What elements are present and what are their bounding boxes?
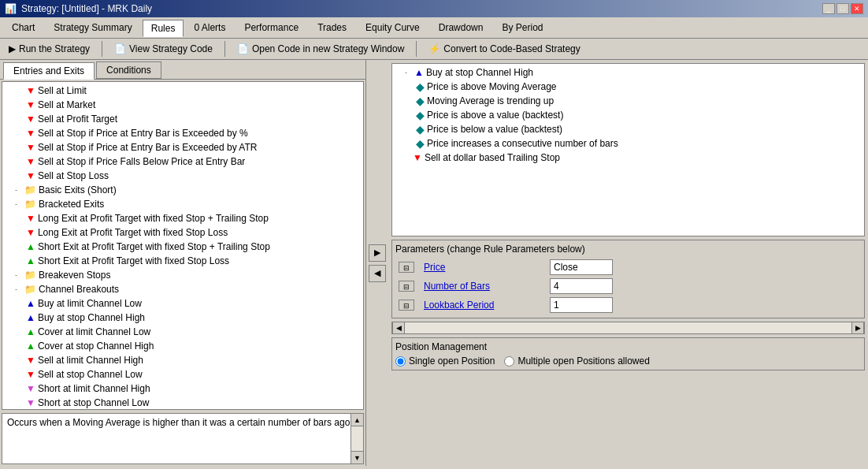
convert-icon: ⚡: [428, 43, 440, 54]
item-label: Short Exit at Profit Target with fixed S…: [38, 255, 229, 266]
right-tree-item[interactable]: ◆ Price is above Moving Average: [392, 80, 864, 94]
view-code-button[interactable]: 📄 View Strategy Code: [109, 41, 218, 57]
view-code-label: View Strategy Code: [129, 43, 213, 54]
right-tree-item[interactable]: ▼ Sell at dollar based Trailing Stop: [392, 151, 864, 165]
scroll-up-btn[interactable]: ▲: [351, 414, 363, 426]
list-item[interactable]: ▼ Sell at Profit Target: [2, 112, 363, 126]
tab-strategy-summary[interactable]: Strategy Summary: [45, 19, 140, 36]
sub-tab-entries-exits[interactable]: Entries and Exits: [3, 62, 95, 80]
scroll-down-btn[interactable]: ▼: [351, 451, 363, 463]
view-code-icon: 📄: [114, 43, 126, 54]
collapse-icon[interactable]: -: [15, 200, 23, 208]
single-position-option[interactable]: Single open Position: [395, 355, 495, 367]
pink-arrow-icon: ▼: [26, 397, 35, 408]
group-channel-breakouts[interactable]: - 📁 Channel Breakouts: [2, 282, 363, 296]
minimize-button[interactable]: _: [822, 3, 835, 14]
single-position-radio[interactable]: [395, 356, 406, 367]
list-item[interactable]: ▲ Cover at stop Channel High: [2, 339, 363, 353]
scroll-right-button[interactable]: ▶: [851, 322, 864, 334]
list-item[interactable]: ▲ Short Exit at Profit Target with fixed…: [2, 254, 363, 268]
collapse-icon[interactable]: -: [405, 69, 413, 76]
diamond-icon: ◆: [416, 81, 425, 92]
tab-equity-curve[interactable]: Equity Curve: [357, 19, 428, 36]
right-tree-item[interactable]: ◆ Moving Average is trending up: [392, 94, 864, 108]
parameters-section: Parameters (change Rule Parameters below…: [391, 240, 865, 318]
tab-by-period[interactable]: By Period: [493, 19, 551, 36]
list-item[interactable]: ▼ Sell at Stop if Price at Entry Bar is …: [2, 140, 363, 154]
item-label: Price increases a consecutive number of …: [427, 138, 618, 149]
item-label: Sell at stop Channel Low: [38, 369, 143, 380]
param-price-link[interactable]: Price: [424, 262, 445, 273]
right-tree-item[interactable]: ◆ Price is below a value (backtest): [392, 122, 864, 136]
right-tree-item[interactable]: ◆ Price is above a value (backtest): [392, 108, 864, 122]
group-breakeven-stops[interactable]: - 📁 Breakeven Stops: [2, 268, 363, 282]
list-item[interactable]: ▲ Buy at limit Channel Low: [2, 296, 363, 311]
item-label: Sell at Stop if Price Falls Below Price …: [38, 156, 245, 167]
list-item[interactable]: ▼ Long Exit at Profit Target with fixed …: [2, 211, 363, 225]
convert-button[interactable]: ⚡ Convert to Code-Based Strategy: [423, 41, 585, 57]
menu-bar: Chart Strategy Summary Rules 0 Alerts Pe…: [0, 17, 868, 39]
list-item[interactable]: ▼ Sell at Stop Loss: [2, 169, 363, 183]
tab-performance[interactable]: Performance: [236, 19, 307, 36]
left-tree-list[interactable]: ▼ Sell at Limit ▼ Sell at Market ▼ Sell …: [2, 81, 364, 410]
list-item[interactable]: ▼ Sell at Limit: [2, 84, 363, 98]
item-label: Sell at Stop Loss: [38, 170, 109, 181]
param-lookback-link[interactable]: Lookback Period: [424, 300, 494, 311]
list-item[interactable]: ▼ Sell at stop Channel Low: [2, 367, 363, 382]
toolbar: ▶ Run the Strategy 📄 View Strategy Code …: [0, 39, 868, 60]
list-item-long-profit-target[interactable]: ▼ Long Exit at Profit Target with fixed …: [2, 225, 363, 240]
list-item[interactable]: ▲ Short Exit at Profit Target with fixed…: [2, 240, 363, 254]
multiple-positions-option[interactable]: Multiple open Positions allowed: [504, 355, 649, 367]
group-bracketed-exits[interactable]: - 📁 Bracketed Exits: [2, 197, 363, 211]
tab-chart[interactable]: Chart: [3, 19, 43, 36]
window-title: Strategy: [Untitled] - MRK Daily: [21, 3, 152, 14]
list-item[interactable]: ▲ Cover at limit Channel Low: [2, 325, 363, 339]
run-strategy-button[interactable]: ▶ Run the Strategy: [3, 41, 95, 57]
list-item[interactable]: ▼ Sell at limit Channel High: [2, 353, 363, 367]
diamond-icon: ◆: [416, 110, 425, 121]
separator-2: [224, 41, 225, 57]
item-label: Cover at limit Channel Low: [38, 326, 150, 337]
add-to-right-button[interactable]: ▶: [369, 244, 386, 262]
item-label: Short at limit Channel High: [38, 383, 150, 394]
group-label: Breakeven Stops: [39, 270, 110, 281]
list-item[interactable]: ▲ Buy at stop Channel High: [2, 311, 363, 325]
down-arrow-icon: ▼: [26, 170, 35, 181]
close-button[interactable]: ✕: [851, 3, 863, 14]
param-icon: ⊟: [399, 262, 414, 273]
open-code-button[interactable]: 📄 Open Code in new Strategy Window: [232, 41, 410, 57]
tab-rules[interactable]: Rules: [143, 20, 184, 37]
list-item[interactable]: ▼ Short at limit Channel High: [2, 382, 363, 396]
folder-icon: 📁: [24, 270, 36, 281]
up-arrow-icon: ▲: [26, 341, 35, 352]
horizontal-scrollbar[interactable]: ◀ ▶: [391, 322, 865, 334]
collapse-icon[interactable]: -: [15, 271, 23, 279]
collapse-icon[interactable]: -: [15, 186, 23, 194]
tab-alerts[interactable]: 0 Alerts: [185, 19, 234, 36]
tab-drawdown[interactable]: Drawdown: [430, 19, 492, 36]
right-tree-item[interactable]: - ▲ Buy at stop Channel High: [392, 65, 864, 80]
list-item[interactable]: ▼ Sell at Market: [2, 98, 363, 112]
list-item[interactable]: ▼ Short at stop Channel Low: [2, 396, 363, 410]
maximize-button[interactable]: □: [836, 3, 849, 14]
multiple-positions-radio[interactable]: [504, 356, 514, 367]
list-item[interactable]: ▼ Sell at Stop if Price Falls Below Pric…: [2, 154, 363, 169]
item-label: Sell at dollar based Trailing Stop: [425, 152, 560, 163]
remove-from-right-button[interactable]: ◀: [369, 265, 386, 282]
description-text: Occurs when a Moving Average is higher t…: [7, 417, 353, 428]
right-tree-list[interactable]: - ▲ Buy at stop Channel High ◆ Price is …: [391, 63, 865, 236]
group-basic-exits-short[interactable]: - 📁 Basic Exits (Short): [2, 183, 363, 197]
down-arrow-icon: ▼: [26, 355, 35, 366]
list-item[interactable]: ▼ Sell at Stop if Price at Entry Bar is …: [2, 126, 363, 140]
down-arrow-icon: ▼: [26, 227, 35, 238]
main-content: Entries and Exits Conditions ▼ Sell at L…: [0, 60, 868, 466]
down-arrow-icon: ▼: [26, 99, 35, 110]
sub-tab-conditions[interactable]: Conditions: [96, 61, 161, 79]
collapse-icon[interactable]: -: [15, 285, 23, 293]
right-tree-item[interactable]: ◆ Price increases a consecutive number o…: [392, 136, 864, 151]
scroll-left-button[interactable]: ◀: [392, 322, 405, 334]
tab-trades[interactable]: Trades: [309, 19, 355, 36]
group-label: Basic Exits (Short): [39, 184, 117, 195]
param-bars-link[interactable]: Number of Bars: [424, 281, 490, 292]
item-label: Short at stop Channel Low: [38, 397, 149, 408]
